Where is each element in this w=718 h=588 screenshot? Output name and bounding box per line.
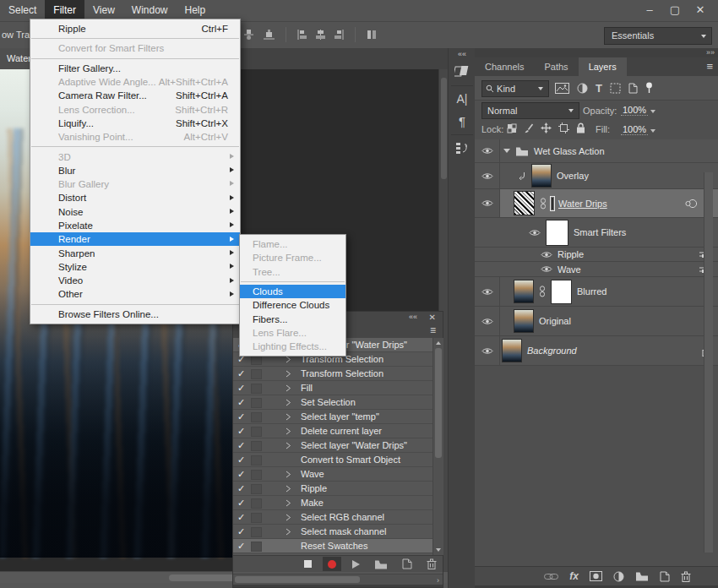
align-left-edges-icon[interactable]	[296, 29, 307, 41]
dialog-toggle-box[interactable]	[251, 527, 262, 537]
action-step-transform-selection[interactable]: ✓Transform Selection	[233, 367, 432, 381]
filter-menu-item-stylize[interactable]: Stylize	[30, 260, 240, 274]
action-step-select-layer-temp[interactable]: ✓Select layer "temp"	[233, 410, 432, 424]
filter-menu-item-noise[interactable]: Noise	[30, 205, 240, 219]
layer-name[interactable]: Blurred	[577, 286, 606, 297]
character-panel-icon[interactable]: A|	[449, 92, 476, 106]
layer-name[interactable]: Water Drips	[558, 199, 607, 209]
filter-menu-item-convert-for-smart-filters[interactable]: Convert for Smart Filters	[30, 41, 240, 55]
lock-all-icon[interactable]	[576, 122, 585, 133]
scroll-up-icon[interactable]	[436, 341, 441, 345]
panel-menu-icon[interactable]: ≡	[430, 324, 436, 336]
close-button[interactable]: ✕	[688, 0, 713, 21]
align-vertical-centers-icon[interactable]	[242, 29, 255, 41]
workspace-selector[interactable]: Essentials	[604, 27, 712, 45]
step-enabled-checkmark-icon[interactable]: ✓	[237, 496, 247, 509]
render-submenu-item-tree[interactable]: Tree...	[240, 265, 345, 279]
step-enabled-checkmark-icon[interactable]: ✓	[237, 424, 247, 438]
render-submenu-item-picture-frame[interactable]: Picture Frame...	[240, 251, 345, 264]
filter-menu-item-video[interactable]: Video	[30, 274, 240, 287]
step-enabled-checkmark-icon[interactable]: ✓	[237, 395, 247, 409]
maximize-button[interactable]: ▢	[662, 0, 688, 21]
effect-name[interactable]: Ripple	[558, 249, 584, 259]
visibility-toggle[interactable]	[475, 189, 500, 217]
filter-menu-item-blur[interactable]: Blur	[30, 164, 240, 177]
visibility-toggle[interactable]	[541, 265, 552, 273]
layer-row-original[interactable]: Original	[475, 307, 718, 336]
dialog-toggle-box[interactable]	[251, 455, 262, 466]
tab-paths[interactable]: Paths	[534, 57, 578, 76]
expand-step-icon[interactable]	[286, 413, 291, 421]
smart-filter-badge-icon[interactable]	[683, 199, 698, 209]
layer-mask-thumbnail[interactable]	[552, 198, 553, 210]
layer-style-fx-icon[interactable]: fx	[569, 570, 579, 582]
link-layers-icon[interactable]	[544, 573, 558, 580]
layer-thumbnail[interactable]	[502, 339, 522, 362]
filter-pin-icon[interactable]	[645, 82, 653, 94]
filter-kind-dropdown[interactable]: Kind	[481, 80, 549, 97]
expand-step-icon[interactable]	[286, 384, 291, 392]
collapse-panels-icon[interactable]: ««	[449, 50, 476, 58]
fill-value[interactable]: 100%	[621, 122, 665, 137]
filter-menu-item-3d[interactable]: 3D	[30, 150, 240, 163]
filter-menu-item-filter-gallery[interactable]: Filter Gallery...	[30, 62, 240, 75]
filter-menu-item-lens-correction[interactable]: Lens Correction...Shift+Ctrl+R	[30, 102, 240, 116]
stop-icon[interactable]	[304, 560, 312, 568]
filter-menu-item-vanishing-point[interactable]: Vanishing Point...Alt+Ctrl+V	[30, 130, 240, 144]
delete-layer-icon[interactable]	[681, 571, 691, 582]
filter-menu-item-distort[interactable]: Distort	[30, 191, 240, 204]
scroll-right-icon[interactable]: ›	[437, 576, 439, 585]
action-step-fill[interactable]: ✓Fill	[233, 381, 432, 395]
action-step-make[interactable]: ✓Make	[233, 496, 432, 510]
play-icon[interactable]	[352, 560, 360, 569]
dialog-toggle-box[interactable]	[251, 384, 262, 394]
dialog-toggle-box[interactable]	[251, 470, 262, 480]
filter-menu-item-liquify[interactable]: Liquify...Shift+Ctrl+X	[30, 117, 240, 130]
render-submenu-item-clouds[interactable]: Clouds	[240, 285, 345, 298]
action-step-set-selection[interactable]: ✓Set Selection	[233, 395, 432, 410]
effect-name[interactable]: Wave	[558, 264, 581, 275]
step-enabled-checkmark-icon[interactable]: ✓	[237, 410, 247, 423]
scroll-down-icon[interactable]	[436, 548, 441, 552]
visibility-toggle[interactable]	[541, 251, 552, 259]
visibility-toggle[interactable]	[475, 336, 500, 365]
filter-menu-item-pixelate[interactable]: Pixelate	[30, 219, 240, 232]
action-step-convert-to-smart-object[interactable]: ✓Convert to Smart Object	[233, 453, 432, 467]
step-enabled-checkmark-icon[interactable]: ✓	[237, 438, 247, 452]
action-step-reset-swatches[interactable]: ✓Reset Swatches	[233, 539, 432, 553]
close-panel-icon[interactable]: ✕	[429, 313, 436, 322]
filter-menu-item-ripple[interactable]: RippleCtrl+F	[30, 22, 240, 35]
dialog-toggle-box[interactable]	[251, 441, 262, 451]
layers-scrollbar[interactable]	[704, 172, 713, 553]
blend-mode-dropdown[interactable]: Normal	[481, 102, 579, 119]
dialog-toggle-box[interactable]	[251, 412, 262, 422]
scrollbar-thumb[interactable]	[441, 78, 447, 179]
render-submenu-item-lens-flare[interactable]: Lens Flare...	[240, 326, 345, 340]
filter-menu-item-sharpen[interactable]: Sharpen	[30, 246, 240, 259]
expand-step-icon[interactable]	[286, 427, 291, 435]
effect-row-wave[interactable]: Wave	[475, 262, 718, 277]
action-step-ripple[interactable]: ✓Ripple	[233, 482, 432, 496]
expand-step-icon[interactable]	[286, 442, 291, 449]
layer-thumbnail[interactable]	[514, 309, 534, 333]
layer-name[interactable]: Original	[539, 316, 571, 326]
action-step-delete-current-layer[interactable]: ✓Delete current layer	[233, 424, 432, 438]
add-mask-icon[interactable]	[590, 571, 602, 581]
panel-menu-icon[interactable]: ≡	[706, 60, 713, 73]
step-enabled-checkmark-icon[interactable]: ✓	[237, 467, 247, 481]
scrollbar-thumb[interactable]	[235, 576, 360, 583]
collapse-panel-icon[interactable]: ««	[409, 313, 417, 321]
expand-step-icon[interactable]	[286, 370, 291, 378]
pixel-layer-filter-icon[interactable]	[555, 83, 569, 94]
layer-row-smart-filters[interactable]: Smart Filters	[475, 218, 718, 248]
filter-mask-thumbnail[interactable]	[546, 220, 568, 246]
mask-link-icon[interactable]	[540, 198, 547, 210]
actions-vertical-scrollbar[interactable]	[432, 338, 443, 555]
layer-row-overlay[interactable]: Overlay	[475, 163, 718, 189]
step-enabled-checkmark-icon[interactable]: ✓	[237, 539, 247, 553]
action-step-select-mask-channel[interactable]: ✓Select mask channel	[233, 525, 432, 539]
history-panel-icon[interactable]	[449, 141, 476, 155]
filter-menu-item-camera-raw-filter[interactable]: Camera Raw Filter...Shift+Ctrl+A	[30, 89, 240, 102]
new-action-icon[interactable]	[402, 558, 412, 569]
new-layer-icon[interactable]	[660, 571, 670, 582]
